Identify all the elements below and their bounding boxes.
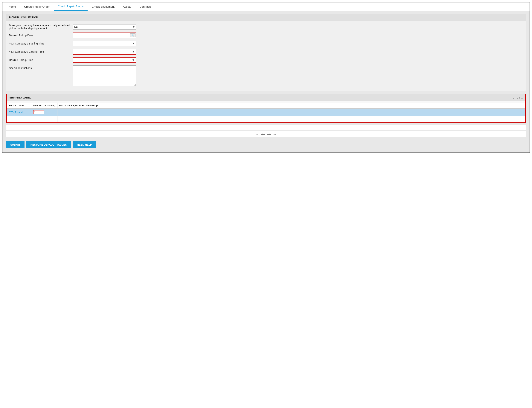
scheduled-pickup-label: Does your company have a regular / daily… (9, 24, 73, 30)
nav-check-entitlement[interactable]: Check Entitlement (88, 3, 119, 10)
desired-pickup-time-select[interactable] (73, 57, 136, 63)
cell-max-packages (31, 109, 57, 116)
nav-assets[interactable]: Assets (119, 3, 135, 10)
closing-time-control (73, 49, 136, 55)
cell-no-of-packages[interactable] (57, 109, 525, 116)
nav-contracts[interactable]: Contracts (135, 3, 156, 10)
navigation: Home Create Repair Order Check Repair St… (2, 2, 530, 11)
pagination-first-icon[interactable]: ⏮ (256, 133, 259, 136)
empty-cell-3 (57, 116, 525, 122)
pagination-controls: ⏮ ◀◀ ▶▶ ⏭ (6, 131, 526, 137)
shipping-label-title: SHIPPING LABEL (9, 96, 31, 99)
cell-repair-center: CTDI Poland (7, 109, 31, 116)
shipping-label-body: Repair Center MAX No. of Packag No. of P… (7, 101, 525, 122)
shipping-table-header: Repair Center MAX No. of Packag No. of P… (7, 103, 525, 109)
empty-cell-2 (31, 116, 57, 122)
restore-defaults-button[interactable]: RESTORE DEFAULT VALUES (27, 141, 71, 148)
bottom-action-bar: SUBMIT RESTORE DEFAULT VALUES NEED HELP (6, 139, 526, 149)
pickup-section-body: Does your company have a regular / daily… (6, 21, 526, 91)
starting-time-row: Your Company's Starting Time (9, 41, 523, 46)
pagination-last-icon[interactable]: ⏭ (273, 133, 276, 136)
desired-pickup-date-label: Desired Pickup Date (9, 34, 73, 37)
shipping-table: Repair Center MAX No. of Packag No. of P… (7, 103, 525, 122)
table-empty-row (7, 116, 525, 122)
shipping-table-body: CTDI Poland (7, 109, 525, 122)
pickup-section-header: PICKUP / COLLECTION (6, 14, 526, 21)
pickup-section: PICKUP / COLLECTION Does your company ha… (6, 14, 526, 91)
shipping-label-section: SHIPPING LABEL 1 - 1 of 1 Repair Center … (6, 94, 526, 123)
shipping-pagination-info: 1 - 1 of 1 (513, 96, 523, 99)
scheduled-pickup-row: Does your company have a regular / daily… (9, 24, 523, 30)
starting-time-select[interactable] (73, 41, 136, 46)
desired-pickup-time-label: Desired Pickup Time (9, 59, 73, 61)
calendar-icon[interactable]: 🔍 (130, 34, 135, 37)
table-row: CTDI Poland (7, 109, 525, 116)
content-area: PICKUP / COLLECTION Does your company ha… (2, 11, 530, 153)
starting-time-control (73, 41, 136, 46)
pagination-prev-icon[interactable]: ◀◀ (261, 133, 265, 136)
col-header-max-packages: MAX No. of Packag (31, 103, 57, 109)
col-header-repair-center: Repair Center (7, 103, 31, 109)
special-instructions-label: Special Instructions (9, 65, 73, 69)
date-input-wrap: 🔍 (73, 33, 136, 38)
closing-time-label: Your Company's Closing Time (9, 50, 73, 53)
need-help-button[interactable]: NEED HELP (73, 141, 96, 148)
empty-cell-1 (7, 116, 31, 122)
special-instructions-textarea[interactable] (73, 65, 136, 86)
desired-pickup-date-control: 🔍 (73, 33, 136, 38)
desired-pickup-time-row: Desired Pickup Time (9, 57, 523, 63)
pagination-next-icon[interactable]: ▶▶ (267, 133, 271, 136)
closing-time-select[interactable] (73, 49, 136, 55)
max-packages-input[interactable] (33, 110, 44, 114)
submit-button[interactable]: SUBMIT (6, 141, 25, 148)
empty-separator-bar (6, 125, 526, 130)
starting-time-label: Your Company's Starting Time (9, 42, 73, 45)
scheduled-pickup-control: No Yes (73, 24, 136, 30)
special-instructions-row: Special Instructions (9, 65, 523, 86)
nav-create-repair-order[interactable]: Create Repair Order (20, 3, 54, 10)
closing-time-row: Your Company's Closing Time (9, 49, 523, 55)
scheduled-pickup-select[interactable]: No Yes (73, 24, 136, 30)
col-header-no-of-packages: No. of Packages To Be Picked Up (57, 103, 525, 109)
shipping-label-header: SHIPPING LABEL 1 - 1 of 1 (7, 94, 525, 101)
nav-home[interactable]: Home (4, 3, 20, 10)
nav-check-repair-status[interactable]: Check Repair Status (54, 2, 88, 11)
desired-pickup-date-row: Desired Pickup Date 🔍 (9, 33, 523, 38)
desired-pickup-date-input[interactable] (73, 33, 136, 38)
desired-pickup-time-control (73, 57, 136, 63)
